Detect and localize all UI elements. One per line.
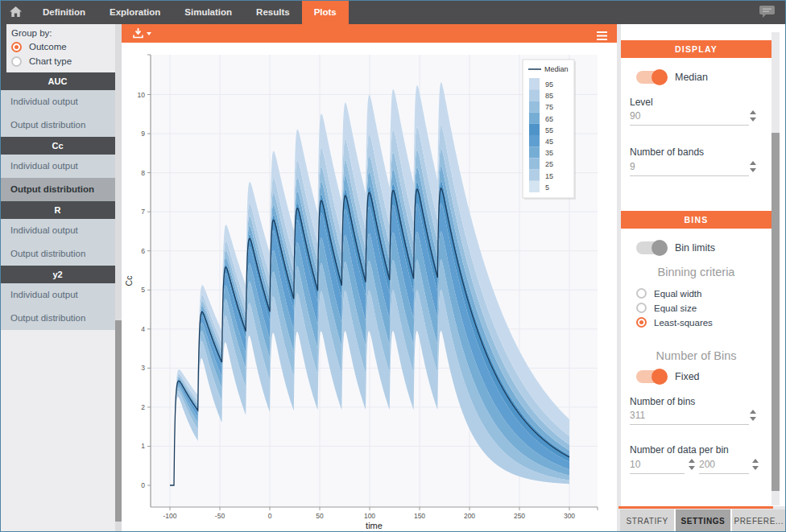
median-toggle[interactable] [636, 71, 667, 84]
chat-button[interactable] [759, 6, 775, 21]
output-distribution-chart: -100-50050100150200250300012345678910tim… [122, 43, 617, 532]
fixed-toggle[interactable] [636, 370, 667, 383]
svg-text:5: 5 [141, 286, 145, 294]
data-per-bin-max-input[interactable]: 200 [699, 456, 749, 474]
nav-tab-definition[interactable]: Definition [31, 0, 97, 24]
legend-swatch-75 [529, 101, 540, 112]
svg-text:0: 0 [268, 512, 272, 520]
radio-icon[interactable] [11, 56, 22, 67]
legend-swatch-95 [529, 78, 540, 89]
number-of-bins-label: Number of bins [630, 396, 695, 407]
number-of-bands-input[interactable]: 9 [630, 159, 749, 176]
display-section-header: DISPLAY [621, 40, 772, 58]
binning-criteria-heading: Binning criteria [621, 266, 772, 278]
legend-swatch-15 [529, 170, 540, 181]
radio-icon[interactable] [11, 42, 22, 52]
svg-text:8: 8 [141, 169, 145, 177]
legend-label-15: 15 [545, 172, 553, 180]
sidebar-item-cc-output-distribution[interactable]: Output distribution [0, 178, 115, 201]
download-icon [133, 28, 143, 39]
sidebar-item-auc-individual-output[interactable]: Individual output [0, 90, 115, 113]
sidebar-scrollbar[interactable] [115, 24, 122, 532]
x-axis-title: time [366, 521, 383, 530]
nav-tab-plots[interactable]: Plots [302, 0, 349, 24]
download-button[interactable] [133, 28, 151, 39]
level-label: Level [630, 97, 653, 108]
svg-text:3: 3 [141, 364, 145, 372]
nav-tab-exploration[interactable]: Exploration [97, 0, 172, 24]
sidebar-section-header-auc: AUC [0, 72, 115, 90]
download-caret-icon [147, 32, 151, 35]
sidebar-item-r-individual-output[interactable]: Individual output [0, 219, 115, 242]
chart-menu-button[interactable] [597, 29, 607, 43]
sidebar-section-header-cc: Cc [0, 137, 115, 155]
data-per-bin-max-stepper[interactable] [752, 459, 760, 470]
nav-tab-results[interactable]: Results [244, 0, 302, 24]
legend-label-65: 65 [545, 115, 553, 123]
home-button[interactable] [0, 0, 31, 24]
menu-icon [597, 31, 607, 40]
data-per-bin-label: Number of data per bin [630, 444, 729, 456]
svg-text:100: 100 [364, 512, 375, 520]
radio-icon[interactable] [636, 303, 647, 313]
binning-criteria-least-squares[interactable]: Least-squares [636, 315, 713, 329]
svg-text:0: 0 [141, 481, 145, 489]
svg-text:-100: -100 [163, 512, 176, 520]
radio-icon[interactable] [636, 288, 647, 299]
bins-section-header: BINS [621, 211, 772, 229]
svg-text:10: 10 [138, 91, 146, 99]
legend-median-label: Median [544, 65, 569, 73]
median-toggle-label: Median [675, 72, 708, 83]
footer-tab-settings[interactable]: SETTINGS [676, 509, 730, 532]
legend-swatch-65 [529, 113, 540, 124]
chart-toolbar [122, 24, 617, 43]
footer-tab-prefere[interactable]: PREFERE... [732, 509, 786, 532]
bin-limits-toggle-row: Bin limits [636, 240, 715, 256]
data-per-bin-min-input[interactable]: 10 [630, 456, 685, 474]
legend-swatch-5 [529, 181, 540, 192]
binning-criteria-equal-size[interactable]: Equal size [636, 301, 697, 315]
sidebar-item-cc-individual-output[interactable]: Individual output [0, 155, 115, 178]
settings-scrollbar[interactable] [772, 32, 780, 505]
sidebar-item-r-output-distribution[interactable]: Output distribution [0, 242, 115, 266]
level-stepper[interactable] [750, 110, 758, 122]
sidebar-section-header-r: R [0, 201, 115, 219]
legend-label-5: 5 [545, 184, 549, 192]
nav-tab-simulation[interactable]: Simulation [172, 0, 244, 24]
sidebar-item-y2-output-distribution[interactable]: Output distribution [0, 307, 115, 330]
y-axis-title: Cc [124, 276, 134, 287]
radio-label: Chart type [29, 56, 72, 66]
legend-label-95: 95 [545, 80, 553, 89]
nav-tabs: DefinitionExplorationSimulationResultsPl… [31, 0, 349, 24]
binning-criteria-equal-width[interactable]: Equal width [636, 287, 701, 300]
sidebar-item-y2-individual-output[interactable]: Individual output [0, 283, 115, 307]
group-by-option-chart-type[interactable]: Chart type [11, 55, 115, 68]
radio-icon[interactable] [636, 317, 647, 328]
sidebar-scrollbar-thumb[interactable] [115, 320, 122, 522]
legend-swatch-35 [529, 146, 540, 158]
sidebar-empty-area [0, 330, 115, 532]
bin-limits-toggle[interactable] [636, 241, 667, 254]
number-of-bands-stepper[interactable] [750, 161, 758, 172]
number-of-bins-stepper[interactable] [750, 410, 758, 421]
svg-text:300: 300 [564, 512, 575, 520]
home-icon [10, 6, 22, 18]
data-per-bin-min-stepper[interactable] [689, 459, 697, 470]
legend-swatch-45 [529, 135, 540, 146]
top-navbar: DefinitionExplorationSimulationResultsPl… [0, 0, 786, 24]
group-by-option-outcome[interactable]: Outcome [11, 40, 115, 53]
legend-swatch-25 [529, 158, 540, 169]
bin-limits-toggle-label: Bin limits [675, 242, 715, 254]
sidebar-item-auc-output-distribution[interactable]: Output distribution [0, 113, 115, 137]
svg-text:-50: -50 [215, 512, 225, 520]
radio-label: Equal width [654, 289, 701, 299]
footer-tab-stratify[interactable]: STRATIFY [620, 509, 674, 532]
number-of-bins-value-input[interactable]: 311 [630, 407, 749, 425]
app-window: DefinitionExplorationSimulationResultsPl… [0, 0, 786, 532]
level-input[interactable]: 90 [630, 108, 749, 126]
radio-label: Outcome [29, 42, 67, 52]
sidebar-section-header-y2: y2 [0, 266, 115, 283]
median-toggle-row: Median [636, 69, 708, 85]
legend-swatch-55 [529, 124, 540, 135]
settings-scrollbar-thumb[interactable] [772, 133, 780, 491]
